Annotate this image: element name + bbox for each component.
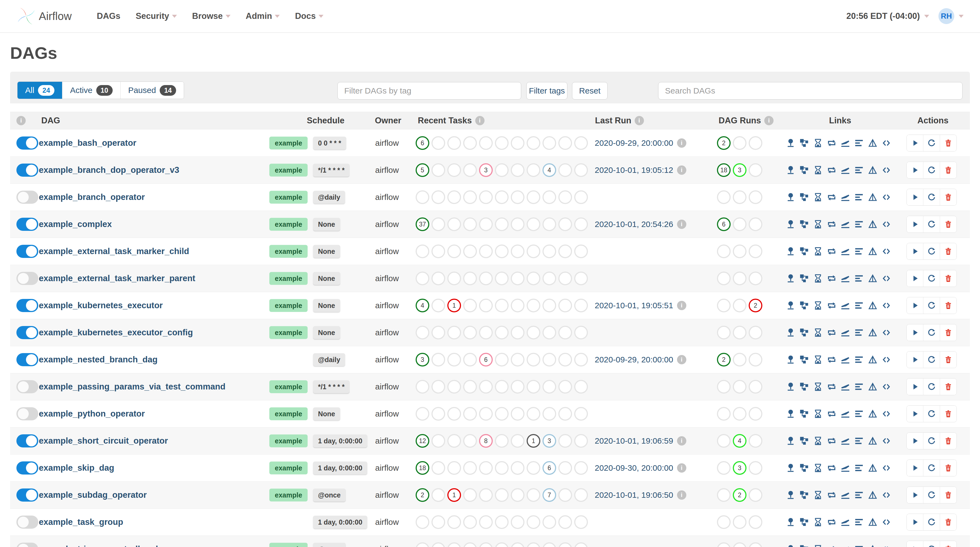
task-circle-up_for_reschedule[interactable]: [511, 136, 525, 150]
link-landing-times-icon[interactable]: [840, 192, 850, 202]
task-circle-none[interactable]: [542, 353, 556, 366]
task-circle-shutdown[interactable]: [574, 136, 588, 150]
task-circle-none[interactable]: [542, 515, 556, 529]
dag-run-circle-running[interactable]: [733, 515, 746, 529]
link-gantt-icon[interactable]: [854, 219, 864, 229]
link-gantt-icon[interactable]: [854, 436, 864, 446]
task-circle-upstream_failed[interactable]: [463, 407, 477, 421]
task-circle-up_for_reschedule[interactable]: [511, 542, 525, 547]
link-landing-times-icon[interactable]: [840, 274, 850, 284]
link-graph-view-icon[interactable]: [799, 409, 810, 419]
brand-link[interactable]: Airflow: [17, 7, 72, 25]
link-graph-view-icon[interactable]: [799, 165, 810, 175]
link-details-icon[interactable]: [868, 138, 878, 148]
task-circle-success[interactable]: 4: [415, 299, 429, 312]
user-menu[interactable]: RH: [939, 8, 964, 24]
task-circle-failed[interactable]: [447, 136, 461, 150]
task-circle-shutdown[interactable]: [574, 326, 588, 339]
task-circle-running[interactable]: [431, 163, 445, 177]
pause-toggle[interactable]: [16, 353, 38, 366]
task-circle-skipped[interactable]: [479, 380, 493, 394]
task-circle-failed[interactable]: 1: [447, 488, 461, 502]
dag-run-circle-success[interactable]: 18: [717, 163, 730, 177]
task-circle-shutdown[interactable]: [574, 353, 588, 366]
pause-toggle[interactable]: [16, 245, 38, 258]
task-circle-running[interactable]: [431, 218, 445, 231]
link-details-icon[interactable]: [868, 274, 878, 284]
delete-dag-button[interactable]: [940, 351, 956, 368]
link-code-icon[interactable]: [881, 138, 891, 148]
link-code-icon[interactable]: [881, 301, 891, 311]
link-code-icon[interactable]: [881, 436, 891, 446]
link-task-duration-icon[interactable]: [813, 490, 823, 500]
task-circle-up_for_retry[interactable]: [495, 190, 509, 204]
trigger-dag-button[interactable]: [907, 189, 923, 205]
delete-dag-button[interactable]: [940, 324, 956, 341]
task-circle-success[interactable]: [415, 542, 429, 547]
task-circle-shutdown[interactable]: [574, 380, 588, 394]
link-gantt-icon[interactable]: [854, 517, 864, 527]
task-circle-success[interactable]: [415, 380, 429, 394]
link-tree-view-icon[interactable]: [786, 382, 796, 392]
link-graph-view-icon[interactable]: [799, 544, 810, 547]
link-graph-view-icon[interactable]: [799, 517, 810, 527]
task-circle-scheduled[interactable]: [558, 245, 572, 258]
task-circle-up_for_reschedule[interactable]: [511, 407, 525, 421]
delete-dag-button[interactable]: [940, 405, 956, 422]
task-circle-skipped[interactable]: [479, 136, 493, 150]
trigger-dag-button[interactable]: [907, 487, 923, 503]
delete-dag-button[interactable]: [940, 460, 956, 476]
trigger-dag-button[interactable]: [907, 541, 923, 547]
task-circle-running[interactable]: [431, 245, 445, 258]
tag-badge[interactable]: example: [269, 164, 308, 177]
link-graph-view-icon[interactable]: [799, 192, 810, 202]
link-graph-view-icon[interactable]: [799, 382, 810, 392]
dag-link[interactable]: example_python_operator: [39, 409, 145, 419]
link-graph-view-icon[interactable]: [799, 436, 810, 446]
task-circle-skipped[interactable]: 3: [479, 163, 493, 177]
task-circle-up_for_reschedule[interactable]: [511, 380, 525, 394]
task-circle-up_for_retry[interactable]: [495, 380, 509, 394]
pause-toggle[interactable]: [16, 272, 38, 285]
link-gantt-icon[interactable]: [854, 138, 864, 148]
link-task-duration-icon[interactable]: [813, 328, 823, 338]
link-task-tries-icon[interactable]: [827, 219, 837, 229]
task-circle-up_for_retry[interactable]: [495, 218, 509, 231]
tab-all[interactable]: All24: [18, 82, 62, 99]
tag-badge[interactable]: example: [269, 191, 308, 204]
link-details-icon[interactable]: [868, 517, 878, 527]
refresh-dag-button[interactable]: [923, 324, 940, 341]
task-circle-up_for_retry[interactable]: [495, 461, 509, 475]
task-circle-scheduled[interactable]: [558, 326, 572, 339]
tag-badge[interactable]: example: [269, 489, 308, 502]
task-circle-upstream_failed[interactable]: [463, 380, 477, 394]
task-circle-running[interactable]: [431, 542, 445, 547]
link-gantt-icon[interactable]: [854, 490, 864, 500]
task-circle-queued[interactable]: [527, 488, 540, 502]
task-circle-scheduled[interactable]: [558, 218, 572, 231]
dag-run-circle-success[interactable]: [717, 515, 730, 529]
task-circle-queued[interactable]: [527, 136, 540, 150]
last-run-link[interactable]: 2020-10-01, 19:05:12: [595, 165, 673, 175]
task-circle-success[interactable]: 12: [415, 434, 429, 448]
link-code-icon[interactable]: [881, 517, 891, 527]
task-circle-up_for_reschedule[interactable]: [511, 299, 525, 312]
pause-toggle[interactable]: [16, 434, 38, 447]
task-circle-failed[interactable]: [447, 461, 461, 475]
task-circle-skipped[interactable]: [479, 326, 493, 339]
link-task-tries-icon[interactable]: [827, 301, 837, 311]
link-details-icon[interactable]: [868, 192, 878, 202]
task-circle-up_for_retry[interactable]: [495, 407, 509, 421]
task-circle-up_for_reschedule[interactable]: [511, 190, 525, 204]
trigger-dag-button[interactable]: [907, 324, 923, 341]
trigger-dag-button[interactable]: [907, 135, 923, 151]
dag-run-circle-failed[interactable]: [749, 190, 762, 204]
task-circle-shutdown[interactable]: [574, 488, 588, 502]
pause-toggle[interactable]: [16, 515, 38, 529]
task-circle-none[interactable]: [542, 542, 556, 547]
link-tree-view-icon[interactable]: [786, 409, 796, 419]
task-circle-none[interactable]: [542, 407, 556, 421]
link-task-duration-icon[interactable]: [813, 219, 823, 229]
dag-link[interactable]: example_trigger_controller_dag: [39, 544, 168, 547]
link-gantt-icon[interactable]: [854, 165, 864, 175]
